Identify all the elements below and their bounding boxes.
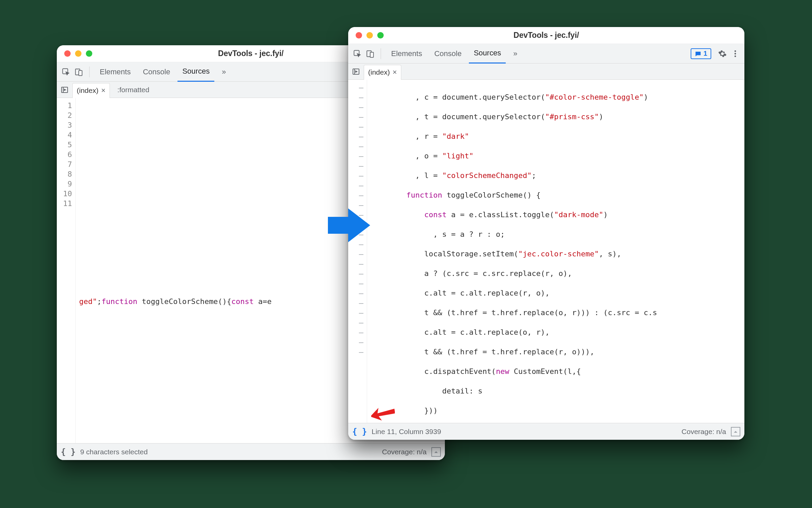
file-tabstrip: (index) × bbox=[348, 63, 744, 80]
tab-sources[interactable]: Sources bbox=[469, 44, 506, 63]
inspect-element-icon[interactable] bbox=[61, 67, 71, 77]
svg-rect-6 bbox=[370, 52, 374, 57]
pretty-print-button[interactable]: { } bbox=[61, 447, 75, 457]
settings-icon[interactable] bbox=[717, 49, 727, 59]
navigator-toggle-icon[interactable] bbox=[59, 85, 70, 95]
tab-console[interactable]: Console bbox=[138, 62, 175, 82]
svg-point-9 bbox=[735, 55, 736, 57]
tab-more[interactable]: » bbox=[217, 62, 231, 82]
zoom-window-button[interactable] bbox=[377, 32, 384, 39]
line-gutter: 1234567891011 bbox=[57, 98, 76, 443]
svg-point-7 bbox=[735, 50, 736, 52]
close-window-button[interactable] bbox=[356, 32, 362, 39]
file-tab-label: (index) bbox=[77, 86, 98, 95]
traffic-lights bbox=[348, 32, 384, 39]
file-tab-label: (index) bbox=[368, 68, 390, 76]
device-toolbar-icon[interactable] bbox=[74, 67, 84, 77]
tab-console[interactable]: Console bbox=[430, 44, 467, 63]
collapse-drawer-button[interactable] bbox=[731, 427, 740, 436]
traffic-lights bbox=[57, 50, 92, 57]
editor-footer: { } 9 characters selected Coverage: n/a bbox=[57, 443, 445, 460]
devtools-window-right: DevTools - jec.fyi/ Elements Console Sou… bbox=[348, 27, 744, 440]
tab-elements[interactable]: Elements bbox=[386, 44, 427, 63]
separator bbox=[381, 48, 381, 59]
collapse-drawer-button[interactable] bbox=[431, 447, 441, 457]
status-text: Line 11, Column 3939 bbox=[372, 428, 441, 436]
close-icon[interactable]: × bbox=[392, 69, 397, 76]
file-tab-formatted[interactable]: :formatted bbox=[113, 86, 154, 94]
status-text: 9 characters selected bbox=[80, 448, 148, 456]
tab-more[interactable]: » bbox=[508, 44, 522, 63]
pretty-print-button[interactable]: { } bbox=[352, 427, 367, 436]
code-editor[interactable]: –––––––––––––––––––––––––––– , c = docum… bbox=[348, 80, 744, 423]
editor-footer: { } Line 11, Column 3939 Coverage: n/a bbox=[348, 423, 744, 440]
issues-badge[interactable]: 1 bbox=[691, 48, 711, 59]
minimize-window-button[interactable] bbox=[75, 50, 81, 57]
close-window-button[interactable] bbox=[64, 50, 71, 57]
svg-rect-2 bbox=[79, 70, 82, 75]
minimize-window-button[interactable] bbox=[366, 32, 373, 39]
tab-elements[interactable]: Elements bbox=[95, 62, 136, 82]
titlebar: DevTools - jec.fyi/ bbox=[348, 27, 744, 44]
navigator-toggle-icon[interactable] bbox=[351, 67, 361, 77]
device-toolbar-icon[interactable] bbox=[365, 49, 375, 59]
svg-point-8 bbox=[735, 53, 736, 54]
line-gutter: –––––––––––––––––––––––––––– bbox=[348, 80, 367, 423]
close-icon[interactable]: × bbox=[101, 87, 105, 94]
window-title: DevTools - jec.fyi/ bbox=[348, 31, 744, 40]
file-tab-index[interactable]: (index) × bbox=[364, 65, 401, 80]
code-area[interactable]: , c = document.querySelector("#color-sch… bbox=[367, 80, 744, 423]
devtools-toolbar: Elements Console Sources » 1 bbox=[348, 44, 744, 63]
inspect-element-icon[interactable] bbox=[352, 49, 362, 59]
zoom-window-button[interactable] bbox=[86, 50, 92, 57]
tab-sources[interactable]: Sources bbox=[177, 62, 214, 82]
more-menu-icon[interactable] bbox=[730, 49, 740, 59]
coverage-text: Coverage: n/a bbox=[682, 428, 726, 436]
file-tab-index[interactable]: (index) × bbox=[72, 83, 110, 98]
coverage-text: Coverage: n/a bbox=[382, 448, 427, 456]
separator bbox=[89, 67, 90, 77]
